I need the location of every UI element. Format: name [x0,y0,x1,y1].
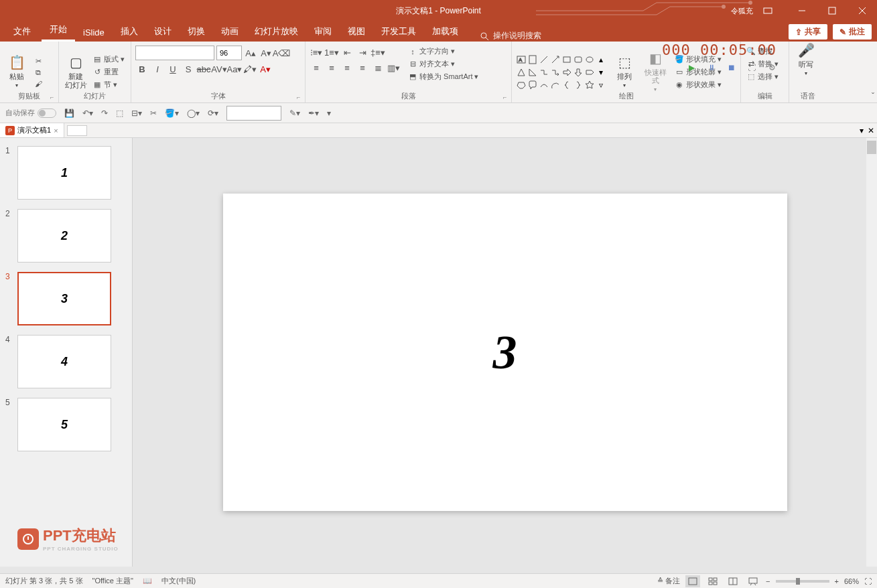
tab-home[interactable]: 开始 [42,19,75,42]
normal-view-button[interactable] [685,575,700,587]
cut-button[interactable]: ✂ [32,56,44,66]
font-color-button[interactable]: A▾ [259,62,272,76]
status-theme[interactable]: "Office 主题" [92,576,133,586]
comments-button[interactable]: ✎批注 [833,24,872,40]
strikethrough-button[interactable]: abc [197,62,210,76]
reset-button[interactable]: ↺重置 [91,66,126,78]
qat-input[interactable] [226,106,281,121]
shape-callout[interactable] [527,79,538,91]
tab-design[interactable]: 设计 [146,21,180,42]
shape-vtextbox[interactable] [527,54,538,66]
increase-font-button[interactable]: A▴ [244,46,257,60]
find-button[interactable]: 🔍查找 [745,46,785,57]
tab-file[interactable]: 文件 [5,21,39,42]
zoom-slider[interactable] [776,580,829,583]
new-tab-button[interactable] [67,125,87,136]
align-left-button[interactable]: ≡ [310,61,323,74]
zoom-out-button[interactable]: − [766,577,770,585]
current-slide[interactable]: 3 [223,194,787,511]
zoom-in-button[interactable]: + [835,577,839,585]
timer-play-icon[interactable]: ▶ [685,62,697,74]
status-language[interactable]: 中文(中国) [161,576,196,586]
char-spacing-button[interactable]: AV▾ [212,62,226,76]
clear-format-button[interactable]: A⌫ [275,46,288,60]
tab-developer[interactable]: 开发工具 [373,21,424,42]
document-tab[interactable]: P 演示文稿1 × [0,123,64,137]
tab-dropdown[interactable]: ▾ [860,126,864,135]
tell-me-search[interactable]: 操作说明搜索 [480,30,541,42]
pen-button[interactable]: ✒▾ [308,108,319,118]
shape-pentagon[interactable] [584,66,595,78]
shape-rtriangle[interactable] [527,66,538,78]
save-button[interactable]: 💾 [64,108,74,118]
underline-button[interactable]: U [166,62,180,76]
shape-effects-button[interactable]: ◉形状效果▾ [673,79,723,90]
shape-line[interactable] [539,54,549,66]
slide-canvas-area[interactable]: 3 [133,138,877,567]
tab-animations[interactable]: 动画 [213,21,247,42]
text-direction-button[interactable]: ↕文字方向▾ [407,46,480,57]
reading-view-button[interactable] [726,575,740,587]
shape-rect[interactable] [561,54,572,66]
qat-customize[interactable]: ▾ [327,108,331,118]
font-launcher[interactable]: ⌐ [297,94,303,100]
fill-color-button[interactable]: 🪣▾ [165,108,179,118]
section-button[interactable]: ▦节▾ [91,79,126,90]
thumb-slide-2[interactable]: 2 [17,209,111,263]
ribbon-display-icon[interactable] [761,4,774,17]
align-button[interactable]: ⊟▾ [131,108,142,118]
timer-pause-icon[interactable]: ⏸ [705,62,718,74]
align-right-button[interactable]: ≡ [340,61,354,74]
slideshow-view-button[interactable] [746,575,760,587]
shadow-button[interactable]: S [182,62,195,76]
numbering-button[interactable]: 1≡▾ [325,46,338,59]
shapes-more[interactable]: ▿ [596,79,606,91]
thumb-slide-4[interactable]: 4 [17,335,111,388]
bullets-button[interactable]: ⁝≡▾ [310,46,323,59]
status-slide-info[interactable]: 幻灯片 第 3 张，共 5 张 [5,576,83,586]
shape-freeform[interactable] [516,79,527,91]
shape-oval[interactable] [584,54,595,66]
crop-button[interactable]: ✂ [150,108,157,118]
shape-elbow[interactable] [539,66,549,78]
tab-islide[interactable]: iSlide [75,23,113,42]
redo-button[interactable]: ↷ [101,108,108,118]
align-text-button[interactable]: ⊟对齐文本▾ [407,58,480,70]
tab-transitions[interactable]: 切换 [180,21,213,42]
italic-button[interactable]: I [151,62,164,76]
collapse-ribbon-button[interactable]: ˇ [872,92,874,101]
decrease-indent-button[interactable]: ⇤ [340,46,354,59]
spellcheck-icon[interactable]: 📖 [143,577,152,585]
arrange-button[interactable]: ⬚排列▾ [612,55,637,89]
undo-button[interactable]: ↶▾ [82,108,93,118]
tab-view[interactable]: 视图 [340,21,373,42]
shapes-scroll-up[interactable]: ▴ [596,54,606,66]
align-center-button[interactable]: ≡ [325,61,338,74]
close-tab-icon[interactable]: × [54,127,58,135]
sorter-view-button[interactable] [705,575,720,587]
shape-arrow-line[interactable] [550,54,561,66]
shape-triangle[interactable] [516,66,527,78]
replace-button[interactable]: ⇄替换▾ [745,58,785,70]
tab-review[interactable]: 审阅 [306,21,340,42]
tab-slideshow[interactable]: 幻灯片放映 [247,21,306,42]
zoom-level[interactable]: 66% [844,577,859,585]
tab-close[interactable]: ✕ [868,126,874,135]
shape-arrow-down[interactable] [573,66,584,78]
shape-arc[interactable] [550,79,561,91]
shape-brace-left[interactable] [561,79,572,91]
share-button[interactable]: ⇪共享 [789,24,827,40]
clipboard-launcher[interactable]: ⌐ [50,94,57,100]
close-button[interactable] [847,0,877,21]
shape-curve[interactable] [539,79,549,91]
shape-roundrect[interactable] [573,54,584,66]
minimize-button[interactable] [787,0,817,21]
shape-brace-right[interactable] [573,79,584,91]
bold-button[interactable]: B [135,62,149,76]
vertical-scrollbar[interactable] [866,138,877,567]
format-painter-button[interactable]: 🖌 [32,79,44,88]
increase-indent-button[interactable]: ⇥ [356,46,369,59]
timer-stop-icon[interactable]: ⏹ [726,62,738,74]
layout-button[interactable]: ▤版式▾ [91,54,126,65]
shape-elbow-arrow[interactable] [550,66,561,78]
